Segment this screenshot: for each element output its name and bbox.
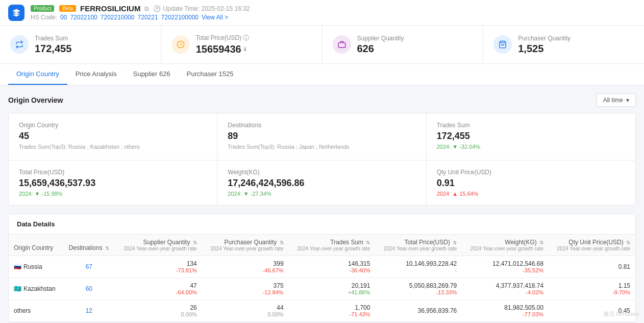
overview-origin-country: Origin Country 45 Trades Sum(Top3): Russ… [9,113,217,160]
trades-sum-value: 172,455 [35,43,71,55]
stat-card-supplier-qty: Supplier Quantity 626 [323,26,484,63]
hs-code-4: 72022100000 [161,14,199,21]
th-total-price[interactable]: Total Price(USD) ⇅2024 Year-over-year gr… [375,235,462,256]
hs-code-1: 72022100 [70,14,97,21]
overview-unit-price: Qty Unit Price(USD) 0.91 2024: ▲ 15.64% [427,160,635,205]
hs-code-row: HS Code: 00 72022100 7202210000 720221 7… [31,14,250,21]
table-row: 🇰🇿 Kazakhstan 60 47 -64.00% 375 -12.84% [9,278,635,300]
td-purchaser-qty-others: 44 0.00% [202,300,289,322]
td-supplier-qty-russia: 134 -73.81% [115,256,202,278]
flag-russia: 🇷🇺 [14,263,21,270]
supplier-qty-content: Supplier Quantity 626 [357,35,404,55]
td-destinations-russia[interactable]: 67 [63,256,115,278]
th-trades-sum[interactable]: Trades Sum ⇅2024 Year-over-year growth r… [289,235,376,256]
update-time: 🕐 Update Time: 2025-02-15 16:32 [153,5,250,12]
copy-icon[interactable]: ⧉ [144,5,149,12]
hs-code-label: HS Code: [31,14,57,21]
ov-unit-price-change: 2024: ▲ 15.64% [437,191,625,197]
trades-sum-icon [10,35,29,54]
product-info: Product Beta FERROSILICIUM ⧉ 🕐 Update Ti… [31,4,250,21]
ov-weight-label: Weight(KG) [228,169,415,176]
ov-destinations-value: 89 [228,131,415,142]
hs-code-2: 7202210000 [101,14,135,21]
th-supplier-qty[interactable]: Supplier Quantity ⇅2024 Year-over-year g… [115,235,202,256]
td-trades-sum-russia: 146,315 -36.40% [289,256,376,278]
purchaser-qty-icon [493,35,512,54]
ov-unit-price-label: Qty Unit Price(USD) [437,169,625,176]
td-trades-sum-kazakhstan: 20,191 +41.86% [289,278,376,300]
total-price-icon [171,35,190,54]
td-weight-others: 81,982,505.00 -77.03% [462,300,549,322]
product-name: FERROSILICIUM [80,4,140,13]
table-header-row: Origin Country Destinations ⇅ Supplier Q… [9,235,635,256]
tab-price-analysis[interactable]: Price Analysis [67,64,125,85]
hs-code-00: 00 [60,14,67,21]
data-details-header: Data Details [9,214,635,235]
td-unit-price-kazakhstan: 1.15 -9.70% [549,278,635,300]
country-name-kazakhstan: Kazakhstan [23,285,56,292]
supplier-qty-label: Supplier Quantity [357,35,404,42]
th-destinations: Destinations ⇅ [63,235,115,256]
table-row: others 12 26 0.00% 44 0.00% [9,300,635,322]
tab-supplier[interactable]: Supplier 626 [125,64,179,85]
chevron-down-icon: ▾ [626,97,629,104]
tab-origin-country[interactable]: Origin Country [8,64,67,85]
th-unit-price[interactable]: Qty Unit Price(USD) ⇅2024 Year-over-year… [549,235,635,256]
th-weight[interactable]: Weight(KG) ⇅2024 Year-over-year growth r… [462,235,549,256]
ov-trades-sum-label: Trades Sum [437,122,625,129]
trades-sum-content: Trades Sum 172,455 [35,35,71,55]
ov-destinations-sub: Trades Sum(Top3): Russia ; Japan ; Nethe… [228,144,415,150]
ov-destinations-label: Destinations [228,122,415,129]
ov-weight-change: 2024: ▼ -27.34% [228,191,415,197]
total-price-label: Total Price(USD) ⓘ [196,34,250,42]
clock-icon: 🕐 [153,5,161,12]
stat-card-total-price: Total Price(USD) ⓘ 15659436¥ [161,26,323,63]
view-all-link[interactable]: View All > [202,14,228,21]
time-filter-label: All time [603,97,623,104]
overview-destinations: Destinations 89 Trades Sum(Top3): Russia… [217,113,426,160]
main-content: Origin Overview All time ▾ Origin Countr… [0,85,644,323]
td-unit-price-russia: 0.81 [549,256,635,278]
product-title-row: Product Beta FERROSILICIUM ⧉ 🕐 Update Ti… [31,4,250,13]
td-country-others: others [9,300,63,322]
beta-badge: Beta [59,5,76,12]
table-wrapper: Origin Country Destinations ⇅ Supplier Q… [9,235,635,322]
ov-weight-value: 17,246,424,596.86 [228,178,415,189]
watermark: 激活 Windows [603,310,639,318]
td-supplier-qty-others: 26 0.00% [115,300,202,322]
ov-total-price-change: 2024: ▼ -15.98% [19,191,207,197]
stats-bar: Trades Sum 172,455 Total Price(USD) ⓘ 15… [0,26,644,64]
purchaser-qty-content: Purchaser Quantity 1,525 [518,35,571,55]
ov-origin-country-value: 45 [19,131,207,142]
td-purchaser-qty-kazakhstan: 375 -12.84% [202,278,289,300]
td-total-price-kazakhstan: 5,050,883,269.79 -13.33% [375,278,462,300]
td-trades-sum-others: 1,700 -71.43% [289,300,376,322]
overview-weight: Weight(KG) 17,246,424,596.86 2024: ▼ -27… [217,160,426,205]
purchaser-qty-label: Purchaser Quantity [518,35,571,42]
top-bar: Product Beta FERROSILICIUM ⧉ 🕐 Update Ti… [0,0,644,26]
overview-total-price: Total Price(USD) 15,659,436,537.93 2024:… [9,160,217,205]
hs-code-3: 720221 [138,14,158,21]
ov-total-price-value: 15,659,436,537.93 [19,178,207,189]
time-filter-dropdown[interactable]: All time ▾ [597,94,636,107]
td-country-kazakhstan: 🇰🇿 Kazakhstan [9,278,63,300]
product-badge: Product [31,5,54,12]
ov-total-price-label: Total Price(USD) [19,169,207,176]
td-destinations-others[interactable]: 12 [63,300,115,322]
origin-overview-header: Origin Overview All time ▾ [8,94,636,107]
ov-origin-country-sub: Trades Sum(Top3): Russia ; Kazakhstan ; … [19,144,207,150]
ov-trades-sum-change: 2024: ▼ -32.04% [437,144,625,150]
ov-origin-country-label: Origin Country [19,122,207,129]
tab-purchaser[interactable]: Purchaser 1525 [179,64,242,85]
total-price-content: Total Price(USD) ⓘ 15659436¥ [196,34,250,55]
stat-card-trades-sum: Trades Sum 172,455 [0,26,161,63]
td-destinations-kazakhstan[interactable]: 60 [63,278,115,300]
tabs-bar: Origin Country Price Analysis Supplier 6… [0,64,644,85]
purchaser-qty-value: 1,525 [518,43,571,55]
th-purchaser-qty[interactable]: Purchaser Quantity ⇅2024 Year-over-year … [202,235,289,256]
ov-trades-sum-value: 172,455 [437,131,625,142]
overview-grid: Origin Country 45 Trades Sum(Top3): Russ… [8,113,636,205]
overview-trades-sum: Trades Sum 172,455 2024: ▼ -32.04% [427,113,635,160]
td-total-price-others: 36,956,839.76 [375,300,462,322]
trades-sum-label: Trades Sum [35,35,71,42]
